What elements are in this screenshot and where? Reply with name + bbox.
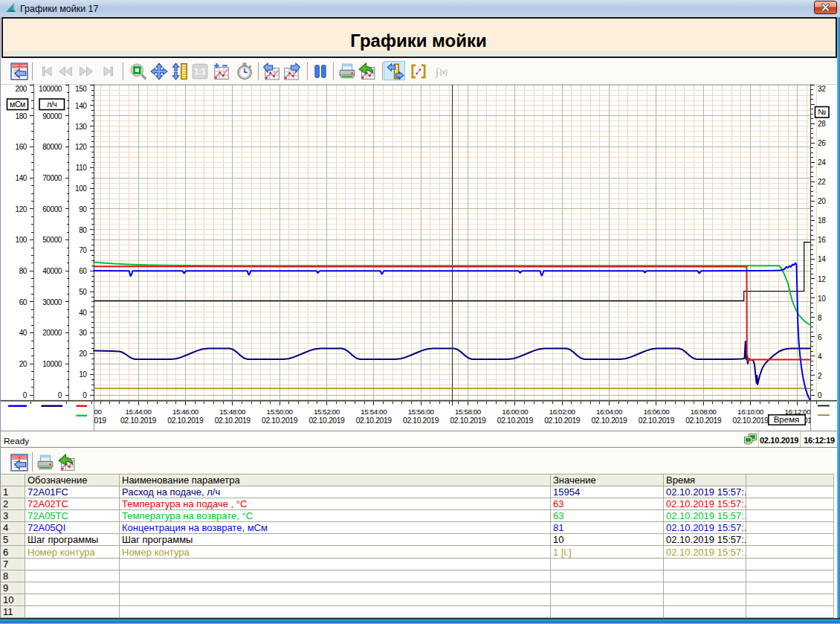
svg-text:24: 24 [818, 158, 826, 167]
svg-text:20: 20 [19, 360, 28, 368]
svg-text:8: 8 [818, 314, 822, 322]
svg-text:100000: 100000 [39, 85, 62, 93]
svg-text:02.10.2019: 02.10.2019 [167, 416, 204, 425]
svg-text:15:44:00: 15:44:00 [126, 408, 152, 416]
svg-text:02.10.2019: 02.10.2019 [450, 416, 486, 425]
svg-text:00: 00 [94, 408, 103, 416]
svg-text:02.10.2019: 02.10.2019 [497, 416, 534, 425]
svg-text:16:04:00: 16:04:00 [596, 408, 623, 416]
svg-text:130: 130 [75, 123, 87, 131]
svg-text:22: 22 [818, 178, 826, 186]
svg-text:10: 10 [818, 295, 826, 303]
svg-text:50: 50 [79, 288, 87, 296]
svg-text:02.10.2019: 02.10.2019 [544, 416, 581, 425]
svg-text:40: 40 [79, 309, 87, 317]
svg-text:140: 140 [75, 102, 87, 110]
svg-text:019: 019 [94, 416, 107, 425]
svg-text:90: 90 [79, 205, 87, 213]
svg-text:32: 32 [818, 85, 826, 93]
svg-text:15:56:00: 15:56:00 [408, 408, 435, 416]
svg-text:02.10.2019: 02.10.2019 [262, 416, 298, 425]
svg-text:16:10:00: 16:10:00 [737, 408, 764, 416]
svg-text:02.10.2019: 02.10.2019 [639, 416, 675, 425]
svg-text:200: 200 [16, 85, 28, 93]
svg-text:20000: 20000 [42, 329, 62, 337]
svg-text:80: 80 [79, 226, 87, 234]
svg-text:02.10.2019: 02.10.2019 [685, 416, 722, 425]
svg-text:16:00:00: 16:00:00 [502, 408, 529, 416]
svg-text:2: 2 [818, 372, 822, 380]
svg-text:16:06:00: 16:06:00 [643, 408, 670, 416]
svg-text:1:1: 1:1 [194, 67, 206, 76]
svg-text:4: 4 [818, 353, 822, 361]
svg-text:10000: 10000 [42, 360, 62, 368]
svg-text:80000: 80000 [42, 143, 62, 151]
svg-text:70: 70 [79, 246, 87, 254]
svg-text:15:54:00: 15:54:00 [361, 408, 387, 416]
svg-text:18: 18 [818, 216, 826, 225]
svg-text:02.10.2019: 02.10.2019 [591, 416, 627, 425]
svg-text:02.10.2019: 02.10.2019 [120, 416, 157, 425]
svg-text:16: 16 [818, 236, 826, 244]
svg-text:6: 6 [818, 333, 822, 341]
svg-text:80: 80 [19, 267, 28, 275]
svg-text:120: 120 [75, 143, 87, 151]
svg-text:20: 20 [79, 350, 87, 358]
svg-text:60000: 60000 [42, 205, 62, 213]
svg-text:15:58:00: 15:58:00 [455, 408, 482, 416]
svg-text:0: 0 [818, 391, 822, 399]
svg-text:02.10.2019: 02.10.2019 [403, 416, 439, 425]
svg-text:60: 60 [79, 267, 87, 275]
svg-text:40: 40 [19, 329, 28, 337]
svg-text:50000: 50000 [42, 236, 62, 244]
svg-text:140: 140 [16, 174, 28, 182]
svg-text:90000: 90000 [42, 112, 62, 120]
svg-text:10: 10 [79, 370, 87, 379]
svg-text:02.10.2019: 02.10.2019 [215, 416, 251, 425]
svg-text:60: 60 [19, 298, 28, 306]
svg-text:110: 110 [76, 164, 88, 172]
svg-text:30000: 30000 [42, 298, 62, 306]
svg-text:26: 26 [818, 139, 826, 147]
svg-text:мСм: мСм [10, 100, 25, 109]
svg-text:30: 30 [79, 329, 87, 337]
svg-text:15:50:00: 15:50:00 [267, 408, 294, 416]
svg-text:[x]: [x] [440, 68, 448, 76]
svg-text:Время: Время [774, 415, 800, 424]
svg-text:160: 160 [16, 143, 28, 151]
svg-text:12: 12 [818, 275, 826, 283]
svg-text:100: 100 [16, 236, 28, 244]
svg-text:40000: 40000 [42, 267, 62, 275]
svg-text:14: 14 [818, 255, 826, 263]
svg-text:л/ч: л/ч [47, 100, 56, 109]
svg-text:15:48:00: 15:48:00 [219, 408, 246, 416]
svg-text:02.10.2019: 02.10.2019 [733, 416, 769, 425]
svg-text:0: 0 [58, 391, 62, 399]
svg-text:№: № [818, 107, 826, 116]
svg-text:02.10.2019: 02.10.2019 [308, 416, 345, 425]
svg-text:150: 150 [75, 85, 87, 93]
svg-text:0: 0 [23, 391, 28, 399]
svg-text:∫: ∫ [435, 65, 439, 78]
svg-text:180: 180 [16, 112, 28, 120]
svg-text:15:46:00: 15:46:00 [172, 408, 199, 416]
svg-text:15:52:00: 15:52:00 [314, 408, 340, 416]
svg-text:120: 120 [16, 205, 28, 213]
svg-text:16:08:00: 16:08:00 [691, 408, 717, 416]
svg-text:02.10.2019: 02.10.2019 [356, 416, 392, 425]
svg-text:16:02:00: 16:02:00 [549, 408, 576, 416]
svg-text:0: 0 [83, 391, 87, 399]
svg-text:28: 28 [818, 120, 826, 128]
svg-text:70000: 70000 [42, 174, 62, 182]
svg-text:100: 100 [75, 184, 87, 193]
svg-text:20: 20 [818, 197, 826, 205]
